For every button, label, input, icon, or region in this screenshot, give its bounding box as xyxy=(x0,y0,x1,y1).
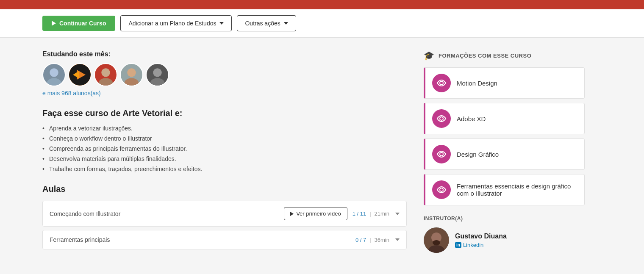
avatar xyxy=(42,63,66,86)
aulas-title: Aulas xyxy=(42,184,407,194)
lesson-progress: 0 / 7 xyxy=(355,237,366,243)
top-bar xyxy=(0,0,644,9)
more-students-link[interactable]: e mais 968 alunos(as) xyxy=(42,90,407,97)
svg-point-8 xyxy=(125,78,139,86)
svg-point-13 xyxy=(440,152,443,156)
play-icon xyxy=(52,21,56,26)
other-actions-button[interactable]: Outras ações xyxy=(237,15,296,31)
svg-point-1 xyxy=(47,78,61,86)
chevron-down-icon[interactable] xyxy=(395,238,400,241)
bullet-item: Conheça o workflow dentro o Illustrator xyxy=(42,135,407,142)
chevron-down-icon xyxy=(284,22,288,25)
svg-point-10 xyxy=(150,78,164,86)
course-section-title: Faça esse curso de Arte Vetorial e: xyxy=(42,108,407,118)
avatars-group xyxy=(42,63,407,86)
instructor-avatar xyxy=(424,227,449,253)
lesson-name: Ferramentas principais xyxy=(50,236,350,243)
graduation-icon: 🎓 xyxy=(424,50,434,61)
avatar xyxy=(146,63,169,86)
bullet-item: Desenvolva materiais para múltiplas fina… xyxy=(42,155,407,162)
lesson-name: Começando com Illustrator xyxy=(50,210,279,217)
formation-card[interactable]: Ferramentas essenciais e design gráfico … xyxy=(424,174,585,205)
add-study-plan-button[interactable]: Adicionar a um Plano de Estudos xyxy=(120,15,232,31)
formation-name: Ferramentas essenciais e design gráfico … xyxy=(457,183,577,197)
instructor-label: INSTRUTOR(A) xyxy=(424,216,585,221)
studying-section: Estudando este mês: xyxy=(42,50,407,97)
continue-course-button[interactable]: Continuar Curso xyxy=(42,16,115,31)
lesson-duration: 21min xyxy=(375,210,389,217)
eye-icon xyxy=(436,185,447,195)
svg-point-14 xyxy=(440,188,443,191)
aulas-section: Aulas Começando com Illustrator Ver prim… xyxy=(42,184,407,249)
instructor-section: INSTRUTOR(A) Gustavo Diuana in Lin xyxy=(424,216,585,253)
svg-point-12 xyxy=(440,117,443,120)
svg-point-0 xyxy=(50,68,58,77)
play-icon xyxy=(290,212,294,216)
formation-icon-wrap xyxy=(432,180,451,199)
right-panel: 🎓 FORMAÇÕES COM ESSE CURSO Motion Design… xyxy=(424,50,585,253)
formation-name: Design Gráfico xyxy=(457,151,499,158)
lesson-meta: 0 / 7 | 36min xyxy=(355,237,400,243)
svg-point-18 xyxy=(433,240,440,245)
formation-icon-wrap xyxy=(432,109,451,128)
formation-icon-wrap xyxy=(432,145,451,163)
first-video-button[interactable]: Ver primeiro vídeo xyxy=(284,207,347,220)
eye-icon xyxy=(436,149,447,159)
svg-point-11 xyxy=(440,81,443,85)
bullet-item: Compreenda as principais ferramentas do … xyxy=(42,145,407,152)
instructor-card: Gustavo Diuana in Linkedin xyxy=(424,227,585,253)
svg-point-7 xyxy=(127,68,136,77)
svg-point-6 xyxy=(99,78,113,86)
linkedin-icon: in xyxy=(455,242,461,248)
formation-name: Motion Design xyxy=(457,80,497,87)
avatar xyxy=(94,63,117,86)
formation-card[interactable]: Motion Design xyxy=(424,67,585,99)
formations-title: FORMAÇÕES COM ESSE CURSO xyxy=(439,53,531,59)
formations-header: 🎓 FORMAÇÕES COM ESSE CURSO xyxy=(424,50,585,61)
formation-card[interactable]: Design Gráfico xyxy=(424,138,585,170)
chevron-down-icon xyxy=(219,22,224,25)
linkedin-label: Linkedin xyxy=(463,242,483,248)
linkedin-link[interactable]: in Linkedin xyxy=(455,242,507,248)
chevron-down-icon[interactable] xyxy=(395,213,400,215)
left-panel: Estudando este mês: xyxy=(42,50,407,253)
formation-name: Adobe XD xyxy=(457,115,486,122)
instructor-info: Gustavo Diuana in Linkedin xyxy=(455,232,507,248)
lesson-duration: 36min xyxy=(375,237,389,243)
formation-card[interactable]: Adobe XD xyxy=(424,103,585,134)
formation-icon-wrap xyxy=(432,74,451,92)
avatar xyxy=(120,63,143,86)
bullet-item: Aprenda a vetorizar ilustrações. xyxy=(42,125,407,132)
course-benefits-section: Faça esse curso de Arte Vetorial e: Apre… xyxy=(42,108,407,172)
avatar xyxy=(68,63,92,86)
svg-point-9 xyxy=(153,68,161,77)
lesson-meta: 1 / 11 | 21min xyxy=(353,210,400,217)
bullet-item: Trabalhe com formas, traçados, preenchim… xyxy=(42,166,407,172)
eye-icon xyxy=(436,78,447,88)
studying-title: Estudando este mês: xyxy=(42,50,407,58)
lesson-progress: 1 / 11 xyxy=(353,210,366,217)
toolbar: Continuar Curso Adicionar a um Plano de … xyxy=(0,9,644,38)
lesson-row: Ferramentas principais 0 / 7 | 36min xyxy=(42,230,407,249)
instructor-name: Gustavo Diuana xyxy=(455,232,507,240)
eye-icon xyxy=(436,113,447,124)
separator: | xyxy=(369,237,371,243)
lesson-row: Começando com Illustrator Ver primeiro v… xyxy=(42,201,407,227)
svg-point-5 xyxy=(101,68,110,77)
separator: | xyxy=(369,210,371,217)
bullet-list: Aprenda a vetorizar ilustrações. Conheça… xyxy=(42,125,407,172)
